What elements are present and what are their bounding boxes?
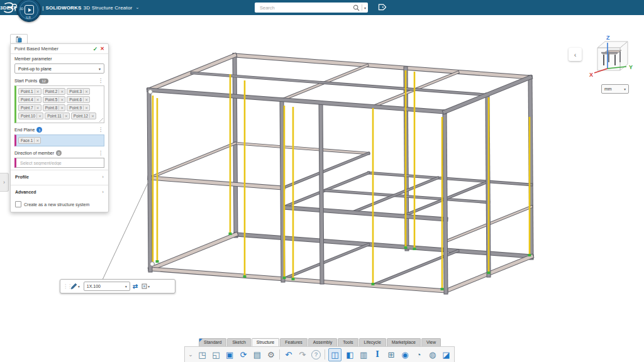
confirm-button[interactable]: ✓ bbox=[93, 46, 98, 52]
search-divider bbox=[362, 4, 362, 11]
weld-tool-icon[interactable]: ◉ bbox=[399, 349, 410, 360]
cancel-button[interactable]: ✕ bbox=[100, 46, 104, 52]
tag-icon[interactable] bbox=[376, 3, 386, 13]
panel-tab[interactable] bbox=[10, 34, 28, 43]
app-switch-chevron-icon[interactable]: ⌄ bbox=[135, 5, 139, 10]
end-plane-menu-icon[interactable]: ⋮ bbox=[97, 127, 104, 133]
end-plane-selection[interactable]: Face.1✕ bbox=[14, 134, 104, 146]
chip-remove-icon[interactable]: ✕ bbox=[83, 97, 88, 102]
start-point-chip[interactable]: Point.4✕ bbox=[18, 96, 42, 103]
start-point-chip[interactable]: Point.11✕ bbox=[45, 112, 70, 119]
toolbar-separator bbox=[325, 349, 325, 359]
redo-icon[interactable]: ↷ bbox=[297, 349, 308, 360]
start-point-chip[interactable]: Point.12✕ bbox=[71, 112, 96, 119]
chip-remove-icon[interactable]: ✕ bbox=[35, 106, 40, 110]
units-dropdown[interactable]: mm ▾ bbox=[601, 84, 629, 94]
profile-section[interactable]: Profile › bbox=[11, 170, 108, 184]
end-plane-chip[interactable]: Face.1✕ bbox=[18, 137, 41, 144]
sheet-member-tool-icon[interactable]: ▥ bbox=[358, 349, 369, 360]
chip-remove-icon[interactable]: ✕ bbox=[35, 97, 40, 102]
chip-remove-icon[interactable]: ✕ bbox=[83, 89, 88, 94]
help-icon[interactable]: ? bbox=[88, 18, 97, 28]
chip-remove-icon[interactable]: ✕ bbox=[63, 114, 68, 118]
flip-direction-icon[interactable]: ⇄ bbox=[133, 283, 138, 290]
start-point-chip[interactable]: Point.9✕ bbox=[67, 104, 90, 111]
extrude-member-tool-icon[interactable]: ◧ bbox=[345, 349, 355, 360]
direction-menu-icon[interactable]: ⋮ bbox=[97, 150, 104, 156]
settings-gear-icon[interactable]: ⚙ bbox=[265, 349, 276, 360]
collapse-window-icon[interactable] bbox=[111, 18, 120, 28]
pencil-icon bbox=[70, 283, 77, 290]
chip-remove-icon[interactable]: ✕ bbox=[58, 97, 64, 102]
corner-treatment-button[interactable]: ▾ bbox=[140, 283, 151, 290]
endpoint-marker bbox=[372, 283, 375, 285]
help-tool-icon[interactable]: ? bbox=[311, 349, 321, 360]
tab-standard[interactable]: Standard bbox=[199, 338, 226, 346]
tab-lifecycle[interactable]: Lifecycle bbox=[359, 338, 386, 346]
new-structure-system-checkbox[interactable] bbox=[15, 201, 21, 207]
tab-features[interactable]: Features bbox=[280, 338, 308, 346]
search-options-chevron-icon[interactable]: ▾ bbox=[364, 6, 366, 10]
chevron-left-icon: ‹ bbox=[574, 51, 577, 58]
start-point-chip[interactable]: Point.7✕ bbox=[18, 104, 42, 111]
member-context-toolbar: ⋮⋮ ▾ 1X.100 ▾ ⇄ ▾ bbox=[60, 279, 175, 293]
chip-remove-icon[interactable]: ✕ bbox=[34, 138, 39, 143]
start-points-label: Start Points bbox=[14, 79, 37, 83]
chip-remove-icon[interactable]: ✕ bbox=[36, 114, 42, 118]
profile-size-dropdown[interactable]: 1X.100 ▾ bbox=[84, 282, 130, 291]
cylinder-member-tool-icon[interactable]: ◍ bbox=[427, 349, 438, 360]
global-search[interactable]: ▾ bbox=[255, 3, 368, 13]
save-icon[interactable]: ▣ bbox=[225, 349, 235, 360]
tab-view[interactable]: View bbox=[421, 338, 441, 346]
tab-assembly[interactable]: Assembly bbox=[308, 338, 337, 346]
3dswym-icon[interactable] bbox=[70, 18, 80, 28]
start-point-chip[interactable]: Point.3✕ bbox=[67, 88, 90, 95]
toolbar-collapse-icon[interactable]: ⌄ bbox=[187, 349, 194, 360]
endpoint-marker bbox=[243, 275, 247, 278]
start-point-chip[interactable]: Point.5✕ bbox=[43, 96, 66, 103]
undo-icon[interactable]: ↶ bbox=[283, 349, 294, 360]
tab-sketch[interactable]: Sketch bbox=[227, 338, 250, 346]
chip-remove-icon[interactable]: ✕ bbox=[89, 114, 94, 118]
capture-image-icon[interactable]: ▤ bbox=[252, 349, 263, 360]
tab-marketplace[interactable]: Marketplace bbox=[387, 338, 421, 346]
manage-components-icon[interactable]: ◱ bbox=[211, 349, 221, 360]
share-network-icon[interactable] bbox=[53, 18, 62, 28]
start-point-chip[interactable]: Point.2✕ bbox=[43, 88, 66, 95]
search-input[interactable] bbox=[258, 4, 353, 11]
start-point-chip[interactable]: Point.6✕ bbox=[67, 96, 90, 103]
start-points-list[interactable]: Point.1✕ Point.2✕ Point.3✕ Point.4✕ Poin… bbox=[14, 85, 104, 123]
start-points-menu-icon[interactable]: ⋮ bbox=[97, 78, 104, 84]
tab-structure[interactable]: Structure bbox=[252, 338, 279, 346]
profile-beam-tool-icon[interactable]: I bbox=[372, 349, 383, 360]
insert-component-icon[interactable]: ◳ bbox=[197, 349, 208, 360]
share-icon[interactable] bbox=[35, 18, 45, 28]
start-point-chip[interactable]: Point.8✕ bbox=[43, 104, 66, 111]
endpoint-marker bbox=[413, 248, 416, 250]
chip-remove-icon[interactable]: ✕ bbox=[35, 89, 40, 94]
advanced-section[interactable]: Advanced › bbox=[11, 185, 108, 199]
expand-tree-button[interactable]: › bbox=[0, 173, 9, 192]
view-cube[interactable]: Z X Y bbox=[589, 34, 636, 80]
collapse-panel-button[interactable]: ‹ bbox=[569, 48, 582, 61]
notifications-icon[interactable] bbox=[0, 18, 9, 28]
chip-remove-icon[interactable]: ✕ bbox=[83, 106, 88, 110]
chip-remove-icon[interactable]: ✕ bbox=[58, 106, 64, 110]
member-table-tool-icon[interactable]: ⊞ bbox=[386, 349, 397, 360]
app-name: 3D Structure Creator bbox=[84, 5, 133, 11]
direction-selection-box[interactable] bbox=[14, 158, 104, 168]
search-icon[interactable] bbox=[353, 4, 360, 11]
member-parameter-dropdown[interactable]: Point-up to plane ▾ bbox=[14, 63, 104, 74]
drag-handle[interactable]: ⋮⋮ bbox=[63, 284, 67, 288]
tab-tools[interactable]: Tools bbox=[338, 338, 358, 346]
point-based-member-tool-icon[interactable]: ◫ bbox=[328, 348, 341, 361]
edit-profile-button[interactable]: ▾ bbox=[69, 282, 81, 290]
start-point-chip[interactable]: Point.10✕ bbox=[18, 112, 43, 119]
trim-member-tool-icon[interactable]: ◔ bbox=[413, 349, 424, 360]
refresh-icon[interactable]: ⟳ bbox=[238, 349, 249, 360]
chip-remove-icon[interactable]: ✕ bbox=[58, 89, 64, 94]
structure-box-tool-icon[interactable]: ◪ bbox=[441, 349, 452, 360]
direction-input[interactable] bbox=[19, 160, 101, 166]
list-resize-handle[interactable] bbox=[99, 118, 103, 122]
start-point-chip[interactable]: Point.1✕ bbox=[18, 88, 42, 95]
